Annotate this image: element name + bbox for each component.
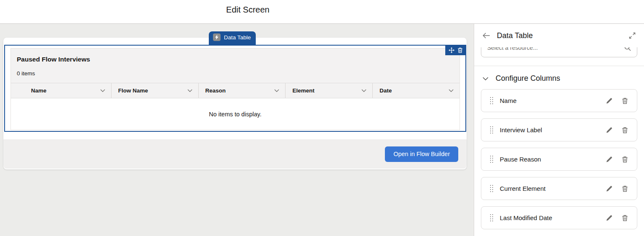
empty-message: No items to display. (209, 111, 261, 118)
chevron-down-icon[interactable] (361, 89, 366, 92)
resource-select-input[interactable]: Select a resource... (481, 47, 637, 57)
column-header-name[interactable]: Name (11, 83, 112, 98)
main-area: Open in Flow Builder Data Table (0, 24, 644, 236)
back-arrow-icon[interactable] (483, 33, 490, 38)
column-header-date[interactable]: Date (373, 83, 460, 98)
configure-columns-label: Configure Columns (496, 74, 560, 83)
move-icon[interactable] (449, 47, 454, 53)
table-header-row: Name Flow Name Reason (11, 83, 460, 98)
configure-columns-section-header[interactable]: Configure Columns (474, 66, 644, 89)
column-card-name[interactable]: Name (481, 89, 637, 112)
edit-pencil-icon[interactable] (606, 185, 613, 192)
column-header-reason[interactable]: Reason (199, 83, 286, 98)
data-table-widget: Paused Flow Interviews 0 items Name Flow… (10, 48, 460, 130)
component-tab-label: Data Table (224, 34, 251, 41)
lightning-icon (213, 33, 221, 41)
chevron-down-icon[interactable] (274, 89, 279, 92)
widget-title: Paused Flow Interviews (11, 49, 460, 63)
properties-panel: Data Table Select a resource... Configur… (474, 24, 644, 236)
column-card-pause-reason[interactable]: Pause Reason (481, 148, 637, 171)
chevron-down-icon[interactable] (483, 77, 488, 80)
delete-column-icon[interactable] (622, 97, 628, 104)
chevron-down-icon[interactable] (449, 89, 454, 92)
screen-canvas: Open in Flow Builder Data Table (0, 24, 474, 236)
column-card-interview-label[interactable]: Interview Label (481, 118, 637, 141)
column-header-flow-name[interactable]: Flow Name (112, 83, 199, 98)
edit-pencil-icon[interactable] (606, 97, 613, 104)
drag-handle-icon[interactable] (490, 214, 493, 222)
edit-pencil-icon[interactable] (606, 214, 613, 221)
drag-handle-icon[interactable] (490, 97, 493, 105)
drag-handle-icon[interactable] (490, 185, 493, 192)
expand-icon[interactable] (629, 32, 636, 39)
column-card-current-element[interactable]: Current Element (481, 177, 637, 200)
delete-column-icon[interactable] (622, 215, 628, 221)
table-empty-state: No items to display. (11, 98, 460, 130)
edit-pencil-icon[interactable] (606, 156, 613, 163)
delete-column-icon[interactable] (622, 127, 628, 133)
delete-column-icon[interactable] (622, 156, 628, 163)
delete-column-icon[interactable] (622, 185, 628, 192)
modal-header: Edit Screen (0, 0, 644, 24)
page-title: Edit Screen (0, 5, 496, 15)
search-icon (624, 47, 631, 51)
edit-pencil-icon[interactable] (606, 126, 613, 133)
resource-input-placeholder: Select a resource... (487, 47, 624, 51)
drag-handle-icon[interactable] (490, 126, 493, 134)
component-tab-data-table[interactable]: Data Table (209, 31, 256, 45)
chevron-down-icon[interactable] (100, 89, 105, 92)
panel-title: Data Table (497, 31, 533, 40)
screen-footer: Open in Flow Builder (3, 139, 467, 169)
column-header-element[interactable]: Element (286, 83, 373, 98)
drag-handle-icon[interactable] (490, 156, 493, 163)
delete-component-icon[interactable] (457, 47, 463, 53)
resource-input-clip: Select a resource... (481, 47, 637, 57)
widget-item-count: 0 items (11, 63, 460, 83)
component-action-badge (445, 45, 466, 55)
column-card-last-modified-date[interactable]: Last Modified Date (481, 206, 637, 229)
open-in-flow-builder-button[interactable]: Open in Flow Builder (385, 146, 458, 162)
chevron-down-icon[interactable] (187, 89, 192, 92)
panel-header: Data Table (474, 24, 644, 47)
